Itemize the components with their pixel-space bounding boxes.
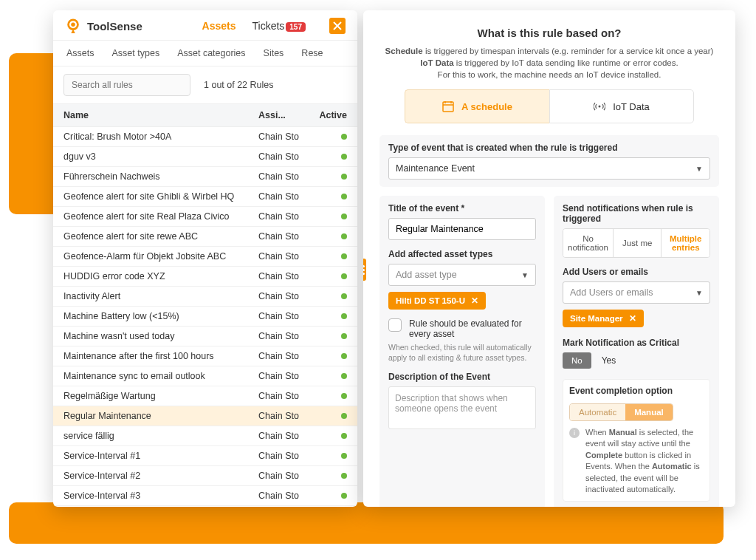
critical-yes[interactable]: Yes	[602, 355, 616, 366]
rule-row[interactable]: Critical: Brush Motor >40AChain Sto	[53, 127, 357, 147]
th-assi[interactable]: Assi...	[258, 110, 310, 120]
users-label: Add Users or emails	[563, 267, 710, 277]
event-title-input[interactable]	[388, 218, 536, 240]
drag-handle[interactable]	[363, 259, 366, 281]
rule-active	[310, 411, 347, 421]
status-dot-icon	[341, 433, 347, 439]
rule-name: service fällig	[63, 431, 258, 441]
th-name[interactable]: Name	[63, 110, 258, 120]
rule-row[interactable]: Service-Interval #3Chain Sto	[53, 486, 357, 506]
rule-assignee: Chain Sto	[258, 291, 310, 301]
user-chip: Site Manager✕	[563, 310, 644, 327]
rule-row[interactable]: Geofence alert for site rewe ABCChain St…	[53, 227, 357, 247]
rule-name: Service-Interval #3	[63, 491, 258, 501]
rule-row[interactable]: Geofence alert for site Real Plaza Civic…	[53, 207, 357, 227]
rule-active	[310, 431, 347, 441]
status-dot-icon	[341, 194, 347, 199]
rule-name: Maintenance after the first 100 hours	[63, 351, 258, 361]
rule-name: Machine Battery low (<15%)	[63, 311, 258, 321]
desc-label: Description of the Event	[388, 372, 536, 382]
event-type-select[interactable]: Maintenance Event▼	[388, 157, 710, 180]
rule-row[interactable]: Führerschein NachweisChain Sto	[53, 167, 357, 187]
status-dot-icon	[341, 134, 347, 140]
th-active[interactable]: Active	[310, 110, 347, 120]
rule-row[interactable]: Maintenance sync to email outlookChain S…	[53, 366, 357, 386]
rule-assignee: Chain Sto	[258, 431, 310, 441]
rule-name: Geofence alert for site rewe ABC	[63, 231, 258, 242]
asset-type-select[interactable]: Add asset type▼	[388, 264, 536, 286]
rule-name: Führerschein Nachweis	[63, 171, 258, 182]
tab-schedule[interactable]: A schedule	[405, 89, 549, 123]
subnav-sites[interactable]: Sites	[264, 48, 284, 58]
status-dot-icon	[341, 233, 347, 239]
search-input[interactable]	[63, 74, 190, 96]
status-dot-icon	[341, 214, 347, 219]
rule-active	[310, 271, 347, 281]
every-asset-checkbox[interactable]	[388, 318, 402, 332]
rule-assignee: Chain Sto	[258, 211, 310, 222]
nav-assets[interactable]: Assets	[202, 20, 236, 32]
rule-row[interactable]: service fälligChain Sto	[53, 426, 357, 446]
subnav-assets[interactable]: Assets	[66, 48, 94, 58]
rules-list-panel: ToolSense Assets Tickets157 Assets Asset…	[53, 10, 357, 507]
status-dot-icon	[341, 493, 347, 499]
rule-row[interactable]: Geofence-Alarm für Objekt Jobsite ABCCha…	[53, 247, 357, 267]
rule-active	[310, 451, 347, 461]
subnav: Assets Asset types Asset categories Site…	[53, 41, 357, 66]
status-dot-icon	[341, 453, 347, 459]
completion-auto[interactable]: Automatic	[570, 404, 625, 420]
rule-row[interactable]: Service-Interval #1Chain Sto	[53, 446, 357, 466]
users-select[interactable]: Add Users or emails▼	[563, 281, 710, 304]
status-dot-icon	[341, 313, 347, 319]
tab-iot[interactable]: IoT Data	[549, 89, 694, 123]
rule-row[interactable]: Inactivity AlertChain Sto	[53, 287, 357, 307]
rule-name: Geofence alert for site Real Plaza Civic…	[63, 211, 258, 222]
rule-assignee: Chain Sto	[258, 471, 310, 481]
rule-row[interactable]: Maintenance after the first 100 hoursCha…	[53, 346, 357, 366]
rule-row[interactable]: HUDDIG error code XYZChain Sto	[53, 267, 357, 287]
critical-no[interactable]: No	[563, 352, 591, 369]
rule-name: Regelmäßige Wartung	[63, 391, 258, 401]
rule-name: Geofence alert for site Ghibli & Wirbel …	[63, 191, 258, 202]
svg-rect-2	[443, 102, 453, 112]
rule-row[interactable]: Regular MaintenanceChain Sto	[53, 406, 357, 426]
rule-assignee: Chain Sto	[258, 371, 310, 381]
nav-tickets[interactable]: Tickets157	[252, 20, 306, 32]
subnav-rese[interactable]: Rese	[301, 48, 323, 58]
rule-row[interactable]: Regelmäßige WartungChain Sto	[53, 386, 357, 406]
rule-active	[310, 191, 347, 202]
rule-row[interactable]: dguv v3Chain Sto	[53, 147, 357, 167]
rule-assignee: Chain Sto	[258, 351, 310, 361]
rule-assignee: Chain Sto	[258, 391, 310, 401]
rule-row[interactable]: Machine Battery low (<15%)Chain Sto	[53, 307, 357, 327]
rule-row[interactable]: Service-Interval #2Chain Sto	[53, 466, 357, 486]
rule-assignee: Chain Sto	[258, 491, 310, 501]
notify-justme[interactable]: Just me	[613, 229, 662, 257]
chevron-down-icon: ▼	[521, 271, 529, 279]
remove-chip-icon[interactable]: ✕	[471, 296, 478, 306]
rule-name: Machine wasn't used today	[63, 331, 258, 341]
rule-row[interactable]: Geofence alert for site Ghibli & Wirbel …	[53, 187, 357, 207]
rule-active	[310, 211, 347, 222]
rule-row[interactable]: Wartung nach 100 Stunden BetriebChain St…	[53, 506, 357, 507]
svg-point-1	[71, 22, 75, 27]
rule-active	[310, 171, 347, 182]
close-button[interactable]	[329, 18, 346, 34]
chevron-down-icon: ▼	[695, 165, 703, 173]
description-textarea[interactable]: Description that shows when someone open…	[388, 386, 536, 429]
status-dot-icon	[341, 174, 347, 180]
completion-manual[interactable]: Manual	[625, 404, 673, 420]
notify-multiple[interactable]: Multiple entries	[661, 229, 709, 257]
rule-name: dguv v3	[63, 151, 258, 162]
subnav-asset-categories[interactable]: Asset categories	[177, 48, 245, 58]
notify-none[interactable]: No notification	[563, 229, 613, 257]
status-dot-icon	[341, 473, 347, 479]
remove-chip-icon[interactable]: ✕	[629, 313, 636, 324]
rule-row[interactable]: Machine wasn't used todayChain Sto	[53, 327, 357, 346]
rule-active	[310, 391, 347, 401]
title-label: Title of the event *	[388, 203, 536, 214]
signal-icon	[594, 100, 605, 112]
status-dot-icon	[341, 293, 347, 299]
rule-name: Geofence-Alarm für Objekt Jobsite ABC	[63, 251, 258, 262]
subnav-asset-types[interactable]: Asset types	[112, 48, 160, 58]
